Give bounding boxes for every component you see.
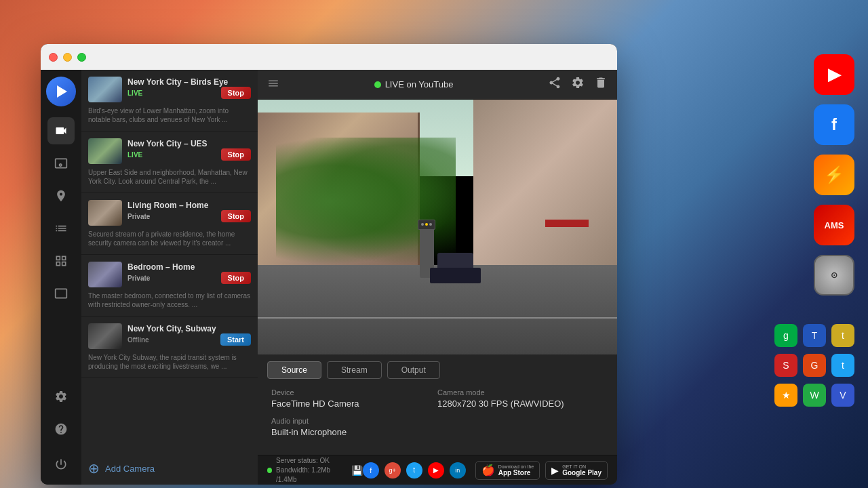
social-facebook[interactable]: f [363, 462, 379, 479]
nav-item-video[interactable] [47, 280, 75, 307]
social-linkedin[interactable]: in [450, 462, 466, 479]
camera-status-row-4: Private Stop [127, 272, 251, 284]
desktop-icons-bottom: g T t S G t ★ W V [774, 324, 854, 407]
camera-stop-btn-4[interactable]: Stop [221, 272, 251, 284]
camera-item-3[interactable]: Living Room – Home Private Stop Secured … [81, 193, 258, 255]
server-status-label: Server status: OK [276, 456, 344, 466]
camera-info-4: Bedroom – Home Private Stop [127, 262, 251, 287]
camera-stop-btn-3[interactable]: Stop [221, 210, 251, 222]
camera-name-2: New York City – UES [127, 139, 251, 148]
street-line [258, 317, 617, 319]
camera-stop-btn-1[interactable]: Stop [221, 87, 251, 99]
ams-desktop-icon[interactable]: AMS [814, 205, 854, 245]
app-store-small: Download on the [498, 464, 534, 469]
small-icon-8[interactable]: W [803, 384, 826, 407]
nav-item-power[interactable] [47, 451, 75, 478]
status-bar: Server status: OK Bandwidth: 1.2Mb /1.4M… [258, 455, 617, 485]
camera-mode-row: Camera mode 868x488 30 FPS (RAWVIDEO) [437, 388, 604, 409]
device-value: FaceTime HD Camera [271, 399, 437, 409]
top-bar: LIVE on YouTube [258, 70, 617, 100]
device-row: Device FaceTime HD Camera [271, 388, 437, 409]
close-button[interactable] [49, 53, 58, 62]
app-store-large: App Store [498, 469, 534, 476]
settings-button[interactable] [571, 76, 585, 93]
camera-start-btn-5[interactable]: Start [220, 333, 251, 346]
social-twitter[interactable]: t [406, 462, 422, 479]
street-scene [258, 100, 617, 354]
add-camera-button[interactable]: ⊕ Add Camera [81, 452, 258, 485]
small-icon-3[interactable]: t [831, 324, 854, 347]
camera-desc-5: New York City Subway, the rapid transit … [88, 353, 251, 371]
app-store-badge[interactable]: 🍎 Download on the App Store [475, 461, 540, 480]
share-button[interactable] [548, 76, 561, 93]
social-gplus[interactable]: g+ [384, 462, 401, 479]
tab-output[interactable]: Output [387, 361, 440, 379]
app-window: New York City – Birds Eye LIVE Stop Bird… [41, 44, 617, 485]
youtube-desktop-icon[interactable]: ▶ [814, 54, 854, 95]
add-icon: ⊕ [88, 460, 100, 476]
nav-item-list[interactable] [47, 215, 75, 242]
tabs-row: Source Stream Output [258, 354, 617, 379]
camera-header-2: New York City – UES LIVE Stop [88, 138, 251, 164]
camera-item-1[interactable]: New York City – Birds Eye LIVE Stop Bird… [81, 70, 258, 131]
camera-header-1: New York City – Birds Eye LIVE Stop [88, 77, 251, 102]
small-icon-4[interactable]: S [774, 354, 797, 377]
minimize-button[interactable] [63, 53, 72, 62]
camera-name-3: Living Room – Home [127, 201, 251, 210]
device-label: Device [271, 388, 437, 396]
nav-item-media[interactable] [47, 150, 75, 177]
small-icon-7[interactable]: ★ [774, 384, 797, 407]
car-body-1 [430, 268, 480, 283]
nav-item-updates[interactable] [47, 415, 75, 443]
lightning-desktop-icon[interactable]: ⚡ [814, 155, 854, 195]
app-logo[interactable] [46, 77, 76, 106]
nav-item-settings[interactable] [47, 383, 75, 410]
camera-list: New York City – Birds Eye LIVE Stop Bird… [81, 70, 258, 485]
camera-status-row-2: LIVE Stop [127, 148, 251, 161]
server-status: Server status: OK Bandwidth: 1.2Mb /1.4M… [267, 456, 363, 485]
camera-info-3: Living Room – Home Private Stop [127, 201, 251, 225]
facebook-desktop-icon[interactable]: f [814, 104, 854, 145]
small-icon-6[interactable]: t [831, 354, 854, 377]
tab-source[interactable]: Source [267, 361, 321, 379]
traffic-light-box [418, 220, 436, 230]
camera-header-4: Bedroom – Home Private Stop [88, 262, 251, 287]
camera-status-2: LIVE [127, 151, 142, 159]
camera-desc-2: Upper East Side and neighborhood, Manhat… [88, 168, 251, 186]
top-bar-actions [548, 76, 608, 93]
google-play-badge[interactable]: ▶ GET IT ON Google Play [545, 461, 608, 480]
camera-header-5: New York City, Subway Offline Start [88, 323, 251, 349]
live-dot [374, 81, 381, 88]
small-icon-1[interactable]: g [774, 324, 797, 347]
camera-item-4[interactable]: Bedroom – Home Private Stop The master b… [81, 255, 258, 317]
maximize-button[interactable] [77, 53, 86, 62]
nav-item-cameras[interactable] [47, 117, 75, 144]
s5-desktop-icon[interactable]: ⊙ [814, 255, 854, 296]
storage-icon: 💾 [351, 465, 363, 476]
menu-icon[interactable] [267, 77, 279, 92]
camera-stop-btn-2[interactable]: Stop [221, 148, 251, 161]
camera-mode-label: Camera mode [437, 388, 604, 396]
camera-item-5[interactable]: New York City, Subway Offline Start New … [81, 317, 258, 378]
camera-thumb-5 [88, 323, 122, 349]
nav-item-location[interactable] [47, 182, 75, 209]
camera-desc-3: Secured stream of a private residence, t… [88, 230, 251, 247]
social-youtube[interactable]: ▶ [428, 462, 444, 479]
audio-input-row: Audio input Built-in Microphone [271, 417, 437, 437]
nav-item-grid[interactable] [47, 247, 75, 274]
small-icon-2[interactable]: T [803, 324, 826, 347]
desktop-icons-panel: ▶ f ⚡ AMS ⊙ [814, 54, 854, 296]
camera-name-5: New York City, Subway [127, 324, 251, 333]
play-icon [57, 85, 67, 98]
camera-thumb-1 [88, 77, 122, 102]
delete-button[interactable] [594, 76, 608, 93]
add-camera-label: Add Camera [105, 464, 155, 474]
tl-light-2 [425, 223, 428, 226]
small-icon-9[interactable]: V [831, 384, 854, 407]
camera-desc-1: Bird's-eye view of Lower Manhattan, zoom… [88, 106, 251, 124]
tab-stream[interactable]: Stream [327, 361, 382, 379]
camera-info-5: New York City, Subway Offline Start [127, 324, 251, 348]
small-icon-5[interactable]: G [803, 354, 826, 377]
camera-item-2[interactable]: New York City – UES LIVE Stop Upper East… [81, 131, 258, 193]
apple-icon: 🍎 [481, 464, 495, 476]
